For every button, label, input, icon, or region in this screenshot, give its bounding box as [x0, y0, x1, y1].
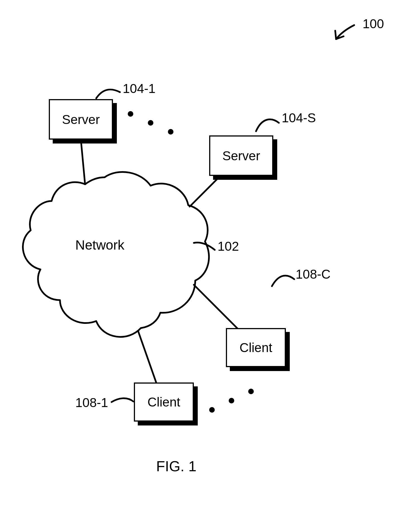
ref-104-S: 104-S [282, 110, 316, 125]
line-client1 [138, 331, 156, 382]
client-1-text: Client [148, 394, 180, 410]
svg-point-4 [229, 398, 234, 403]
figure-caption: FIG. 1 [156, 458, 196, 475]
diagram-canvas: Server Server Client Client Network 100 … [0, 0, 420, 507]
ref-108-C: 108-C [296, 267, 330, 282]
svg-point-5 [248, 389, 254, 394]
ref-100: 100 [363, 16, 384, 31]
dots-servers [128, 111, 173, 135]
leader-108-1 [112, 398, 133, 402]
leader-102 [194, 243, 215, 250]
svg-point-0 [128, 111, 133, 117]
leader-104-S [256, 119, 279, 131]
server-1-text: Server [62, 112, 100, 127]
ref-102: 102 [218, 239, 239, 254]
svg-point-2 [168, 129, 173, 135]
server-s-text: Server [222, 148, 260, 163]
arrow-100 [335, 25, 354, 39]
leader-104-1 [96, 90, 120, 98]
client-c-text: Client [240, 340, 272, 355]
ref-104-1: 104-1 [123, 81, 156, 96]
ref-108-1: 108-1 [75, 395, 108, 410]
line-server1 [81, 140, 85, 184]
diagram-svg [0, 0, 420, 507]
leader-108-C [272, 276, 294, 286]
svg-point-1 [148, 120, 153, 126]
line-clientC [194, 285, 240, 331]
dots-clients [209, 389, 254, 413]
svg-point-3 [209, 407, 215, 413]
line-serverS [190, 176, 220, 207]
network-cloud-outline [23, 172, 209, 337]
network-text: Network [75, 237, 124, 253]
